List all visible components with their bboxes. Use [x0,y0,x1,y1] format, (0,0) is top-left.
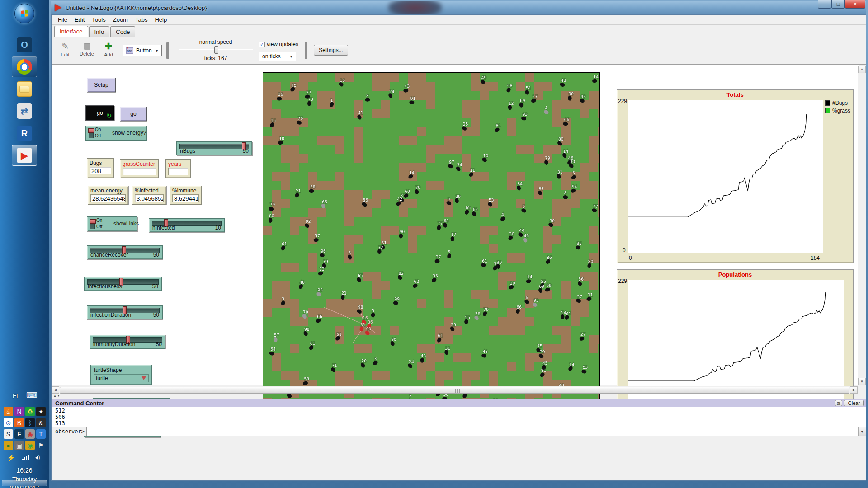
menu-file[interactable]: File [54,15,71,24]
taskbar-app-outlook[interactable]: O [12,34,37,55]
menu-edit[interactable]: Edit [71,15,88,24]
go-forever-button[interactable]: go ↻ [85,105,114,121]
network-signal-icon[interactable] [22,455,29,460]
tray-bluetooth-icon[interactable]: ᛒ [25,418,35,427]
plus-icon: ✚ [99,41,118,52]
pencil-icon: ✎ [55,41,75,52]
history-dropdown-icon[interactable]: ▼ [858,427,866,436]
speed-slider[interactable] [179,49,253,50]
tab-interface[interactable]: Interface [54,26,88,37]
tray-b-and-o-icon[interactable]: & [36,418,46,427]
taskbar-app-netlogo[interactable]: ▶ [12,145,37,166]
slider-infectionduration[interactable]: infectionDuration50 [87,305,163,319]
tray-s-app-icon[interactable]: S [4,429,13,439]
taskbar-app-chrome[interactable] [12,56,37,77]
menu-tools[interactable]: Tools [88,15,109,24]
scroll-left-arrow[interactable]: ◄ [52,386,59,394]
menu-zoom[interactable]: Zoom [109,15,132,24]
view-updates-checkbox[interactable]: ✓ view updates [259,41,298,47]
y-max-tick: 229 [618,278,627,284]
tray-translator-icon[interactable]: T [36,429,46,439]
scroll-down-arrow[interactable]: ▼ [858,378,866,385]
tray-key-tool-icon[interactable]: ⊙ [4,418,13,427]
tray-lock-gold-icon[interactable]: ● [4,441,13,450]
speaker-icon[interactable]: ) [35,455,40,460]
settings-button[interactable]: Settings... [314,45,348,56]
tray-flag-icon[interactable]: ⚑ [36,441,46,450]
window-title: Untitled - NetLogo {\\ATKK\home\p\pcardo… [66,5,207,11]
go-once-button[interactable]: go [120,107,147,121]
horizontal-scrollbar[interactable]: ◄ ► [52,386,858,394]
delete-widget-button[interactable]: Delete [77,41,97,56]
toolbar: ✎ Edit Delete ✚ Add *abc Button ▼ normal… [52,37,866,65]
switch-knob[interactable] [88,128,94,133]
switch-knob[interactable] [90,219,96,224]
keyboard-icon[interactable]: ⌨ [26,390,38,400]
close-button[interactable]: ✕ [845,0,865,9]
chooser-turtleshape[interactable]: turtleShape turtle [90,365,152,385]
power-plug-icon[interactable]: ⚡ [6,453,16,462]
toolbar-separator [305,42,307,59]
taskbar-app-move-tool[interactable]: ⇄ [12,101,37,122]
setup-button[interactable]: Setup [87,78,116,92]
menu-tabs[interactable]: Tabs [132,15,151,24]
forever-loop-icon: ↻ [107,113,112,119]
language-indicator[interactable]: FI [13,392,18,399]
command-input[interactable] [86,427,858,436]
clear-button[interactable]: Clear [844,400,864,406]
speed-slider-thumb[interactable] [214,46,218,54]
tray-clipper-icon[interactable]: N [14,407,24,416]
update-mode-dropdown[interactable]: on ticks ▼ [259,52,296,61]
tray-b-orange-icon[interactable]: B [14,418,24,427]
tray-backup-disk-icon[interactable]: ◉ [25,429,35,439]
toolbar-separator [166,42,169,59]
start-button[interactable] [14,4,34,23]
tray-java-icon[interactable]: ♨ [4,407,13,416]
taskbar-app-explorer[interactable] [12,79,37,99]
tray-display-icon[interactable]: ▣ [14,441,24,450]
tray-icon-row: ⚡ ) [6,453,40,462]
command-center-detach-button[interactable]: ◳ [835,400,842,406]
tab-code[interactable]: Code [110,26,135,37]
switch-show-energy[interactable]: OnOff show-energy? [85,126,147,141]
command-prompt-row: observer> ▼ [52,427,866,436]
plot-title: Populations [617,271,853,278]
interface-canvas: Setup go ↻ go OnOff show-energy? nBugs50… [52,65,859,385]
tray-pinwheel-icon[interactable]: ✦ [36,407,46,416]
splitter-arrows[interactable]: ▲▼ [53,394,61,397]
menu-help[interactable]: Help [151,15,170,24]
tab-info[interactable]: Info [89,26,110,37]
netlogo-icon: ▶ [17,148,32,163]
switch-showlinks[interactable]: OnOff showLinks [87,216,137,231]
add-widget-button[interactable]: ✚ Add [99,41,118,57]
slider-nbugs[interactable]: nBugs50 [176,141,252,155]
chooser-value[interactable]: turtle [94,374,149,382]
slider-ninfected[interactable]: nInfected10 [149,218,225,232]
command-center-header[interactable]: Command Center ◳ Clear [52,399,866,407]
world-view[interactable] [263,72,600,410]
maximize-button[interactable]: □ [831,0,845,9]
slider-infectiousness[interactable]: infectiousness50 [84,277,162,291]
scroll-right-arrow[interactable]: ► [850,386,858,394]
legend-label: %grass [832,108,850,114]
command-center-output[interactable]: 512 506 513 [52,407,866,427]
vertical-scrollbar[interactable]: ▲ ▼ [858,66,865,385]
explorer-icon [17,81,32,97]
scroll-up-arrow[interactable]: ▲ [858,66,866,73]
tray-sync-icon[interactable]: ♻ [25,407,35,416]
widget-type-dropdown[interactable]: *abc Button ▼ [123,45,162,56]
abc-icon: *abc [126,47,133,54]
title-bar[interactable]: Untitled - NetLogo {\\ATKK\home\p\pcardo… [51,1,866,14]
legend-swatch [825,108,830,113]
clock-time: 16:26 [0,466,49,475]
tray-status-gold-icon[interactable]: ◉ [25,441,35,450]
minimize-button[interactable]: – [818,0,831,9]
taskbar: O⇄R▶ FI ⌨ ♨N♻✦⊙Bᛒ&SF◉T●▣◉⚑ ⚡ ) 16:26 Thu… [0,0,49,488]
slider-immunityduration[interactable]: immunityDuration50 [90,335,165,349]
show-desktop-button[interactable] [2,480,47,486]
edit-widget-button[interactable]: ✎ Edit [55,41,75,57]
taskbar-app-r-app[interactable]: R [12,123,37,144]
tray-f-secure-icon[interactable]: F [14,429,24,439]
scrollbar-thumb[interactable] [60,387,849,394]
slider-chancerecover[interactable]: chanceRecover50 [87,245,163,259]
